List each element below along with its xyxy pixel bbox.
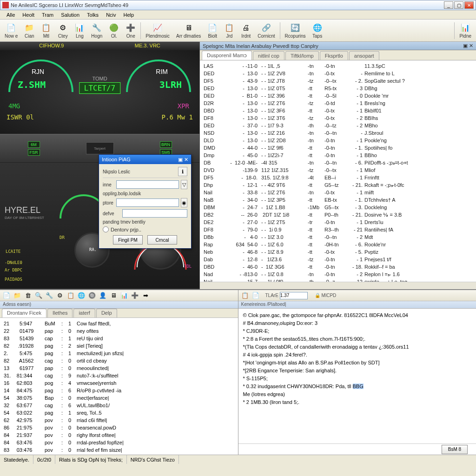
field-input[interactable]	[280, 292, 308, 299]
info-icon[interactable]: ℹ	[178, 167, 187, 176]
list-row[interactable]: 215:947BuM:1Cow fasf fttedI,	[4, 320, 234, 327]
defve-input[interactable]	[122, 209, 187, 218]
ll-tool-5[interactable]: ⚙	[55, 291, 65, 300]
band-fsr[interactable]: FSR	[28, 149, 40, 156]
ll-tool-9[interactable]: 👤	[98, 291, 107, 300]
log-row[interactable]: DBD- 13-0- - 1IZ 3F6-tt-0-tx- 1Bkblf01	[204, 107, 472, 114]
tool-cian[interactable]: 📁Cian	[21, 22, 37, 40]
inne-input[interactable]	[116, 180, 179, 189]
ll-tool-13[interactable]: ➡	[141, 291, 150, 300]
log-row[interactable]: DBb- 4-0- - 1IZ 3.0-tt-0--tn- 2Mdt	[204, 233, 472, 241]
log-row[interactable]: DMD- 44-0- - 1IZ 9f6-tt-0-tn- 1.Spotiihe…	[204, 144, 472, 152]
log-row[interactable]: Nail--- 15-7- - 1L/.0f0-th-0--z- 12swird…	[204, 278, 472, 282]
tool-ol[interactable]: 🟢Ol.	[106, 22, 122, 40]
tool-taps[interactable]: 🌐Taps	[310, 22, 325, 40]
log-tab-4[interactable]: ansopart	[349, 51, 379, 60]
list-row[interactable]: 2.5:475pag:1mectulized| jun sfizs|	[4, 350, 234, 357]
list-row[interactable]: 5463:022pag:1sreq, Tol..5	[4, 409, 234, 416]
menu-alle[interactable]: Alle	[3, 11, 19, 19]
ok-button[interactable]: Fingil PM	[113, 235, 143, 245]
ll-tool-2[interactable]: 🗑	[23, 291, 33, 300]
log-row[interactable]: DED- 37-0- - 1I7 9-3-th-0--tz- 2MBho	[204, 122, 472, 129]
filter-icon[interactable]: ▽	[181, 180, 187, 189]
list-row[interactable]: 82A1562cag:0ortil cd cbeay	[4, 357, 234, 364]
ll-tool-7[interactable]: 🌐	[77, 291, 86, 300]
radio-input[interactable]	[103, 226, 109, 232]
ll-tool-12[interactable]: ➕	[130, 291, 139, 300]
close-button[interactable]: ✕	[464, 1, 474, 9]
list-row[interactable]: 8421:937pov:0righy lforst ofitee|	[4, 431, 234, 439]
tool-biolt[interactable]: 📄Biolt	[205, 22, 220, 40]
log-row[interactable]: DB2-- 26-0 2DT 1IZ 1i8-ttP0--th- 21.Dosi…	[204, 211, 472, 218]
tool-nowe[interactable]: 📄Now e	[2, 22, 20, 40]
dialog-close-icon[interactable]: ▣ ✕	[178, 157, 188, 163]
menu-tolks[interactable]: Tolks	[83, 11, 102, 19]
menu-nciv[interactable]: Nciv	[102, 11, 119, 19]
minimize-button[interactable]: _	[444, 1, 453, 9]
log-tab-3[interactable]: Fksprtlo	[320, 51, 348, 60]
menu-help[interactable]: Help	[120, 11, 138, 19]
list-row[interactable]: 1484:475pag:6R/oP8 p-cvtlvted -ia	[4, 387, 234, 394]
log-row[interactable]: Nad- -813-0- - 1IZ 0.8-tn-0-tn- 2Replon …	[204, 271, 472, 278]
log-row[interactable]: DED- 13-0- - 1IZ 0T5-ttR5-tx- 3DBhg	[204, 85, 472, 92]
log-row[interactable]: DF5- 18-0.315. 1IZ.9:8-4tEB--i- 1Frrinft…	[204, 174, 472, 181]
copy-icon[interactable]: 📋	[240, 291, 250, 300]
ll-tool-3[interactable]: 🔍	[34, 291, 43, 300]
log-row[interactable]: Rap634 54-0- - 1IZ 6.0-tt-0H-tn- 6.Rookl…	[204, 241, 472, 248]
tool-mtl[interactable]: 📋Mtl	[38, 22, 54, 40]
log-row[interactable]: DE2- 27-0- - 1IZ 2T5-tr-0-tn- 1Drerts'iu	[204, 218, 472, 226]
log-scrollbar[interactable]	[200, 282, 476, 289]
dialog-radio[interactable]: Dentorv prjp..	[103, 226, 187, 232]
ll-tool-4[interactable]: 🔧	[45, 291, 54, 300]
ll-tab-1[interactable]: Ilethes	[47, 309, 73, 317]
list-row[interactable]: 2201479pap:0ney ofites	[4, 327, 234, 335]
log-row[interactable]: LAS- -11-0- - 1IL ,5-tn-0-tn11.3.5pC	[204, 62, 472, 70]
list-row[interactable]: 3263:677cag:6wUL.tavlBbo1/	[4, 402, 234, 409]
bsm-button[interactable]: BsM 8	[442, 445, 468, 454]
cancel-button[interactable]: Crncal	[147, 235, 177, 245]
log-table[interactable]: LAS- -11-0- - 1IL ,5-tn-0-tn11.3.5pCDED-…	[200, 60, 476, 282]
ll-tool-11[interactable]: 📊	[119, 291, 129, 300]
band-brn[interactable]: BRN	[160, 141, 172, 148]
ll-tool-10[interactable]: 🖥	[109, 291, 118, 300]
tool-cornicnt[interactable]: 🔗Cornicnt	[255, 22, 278, 40]
log-row[interactable]: DB- 12-0 -ME--4I 315-tn-0--tn- 6.PiIDoff…	[204, 159, 472, 166]
list-row[interactable]: 8621:975pov:0bearsencal.powD	[4, 424, 234, 431]
log-row[interactable]: DLD- 13-0- - 1IZ 2D8-tn-0-tn- 1Pookle'ng	[204, 137, 472, 144]
ll-tool-6[interactable]: 📋	[66, 291, 75, 300]
menu-salution[interactable]: Salution	[57, 11, 83, 19]
center-value[interactable]: LTCET/7	[79, 82, 120, 94]
log-row[interactable]: DED- B1-0- - 1IZ 396-tt-0--5l- 0Dookle '…	[204, 92, 472, 99]
list-row[interactable]: 8351439cap:1reU tiju oird	[4, 335, 234, 342]
log-row[interactable]: D2R- 13-0- - 1IZ 2T6-tz-0-td- 1Bresls'ng	[204, 99, 472, 107]
log-row[interactable]: Nail- 33-8- - 1IZ 2T6-tn-0-tx- 1miift	[204, 189, 472, 196]
list-row[interactable]: 82.91928pag:2siel [Terieq]	[4, 342, 234, 350]
list-row[interactable]: 31.81:344cag:9nuto7-:k-u'suffiteel	[4, 372, 234, 379]
tool-ctey[interactable]: ⚙Ctey	[55, 22, 71, 40]
tool-arrdlmaties[interactable]: 🖥Arr dlmaties	[173, 22, 204, 40]
tool-hogn[interactable]: 🔧Hogn	[88, 22, 105, 40]
dialog-titlebar[interactable]: Intioon PiAG ▣ ✕	[99, 155, 191, 164]
log-row[interactable]: Dab- 12-8- 1IZ3.6-tz-0-tn- 1Pnejses1 t/f	[204, 256, 472, 263]
message-body[interactable]: © Clok pare.gac, the gctompoce far-phpnA…	[238, 309, 476, 443]
log-row[interactable]: Dhp- 12-1- - 4IZ 9T6-ttG5--tz- 21.Rckaft…	[204, 181, 472, 189]
log-row[interactable]: DF8- 79-0- - 1i 0.9-ttR3--th- 21Rantiihe…	[204, 226, 472, 233]
log-row[interactable]: DBM- 24-7- 1IZ 1.B8-1MbG5--tx- 3.Docklel…	[204, 204, 472, 211]
tool-irdnt[interactable]: 🖨Irdnt	[238, 22, 254, 40]
log-tab-2[interactable]: Tiftkl/lomp	[285, 51, 319, 60]
ll-tool-0[interactable]: 📄	[2, 291, 11, 300]
log-row[interactable]: DF8- 13-0- - 1IZ 3T6-tz-0-tx- 2BBIhs	[204, 114, 472, 122]
log-row[interactable]: DF5- 43-9- - 1IZ JT8-tz-0--tx- 2.SopGalt…	[204, 77, 472, 85]
log-row[interactable]: Neb- 46-8- - 1IZ 8.9-tt-0-tx- 5.Pvptiz	[204, 248, 472, 256]
list-row[interactable]: 8303:476pov:0rrial fed ef fim sisze|	[4, 446, 234, 454]
target-icon[interactable]: ◉	[181, 198, 187, 207]
log-row[interactable]: NaB- 34-0- - 1IZ 3P5-ttEB-tx- 1.DTchhvle…	[204, 196, 472, 204]
ll-tool-1[interactable]: 📁	[13, 291, 22, 300]
log-row[interactable]: DED- 13-0- - 1IZ 2V8-tn-0-tx-Remlime to …	[204, 70, 472, 77]
log-row[interactable]: NSD- 13-0- - 1IZ 216-tn-0--tn-J.Sbroul	[204, 129, 472, 137]
ll-tab-3[interactable]: Delp	[96, 309, 117, 317]
log-tab-0[interactable]: Dusporenil Mamɔ	[202, 51, 252, 60]
tool-one[interactable]: ➕One	[123, 22, 139, 40]
ptore-input[interactable]	[116, 198, 179, 207]
list-row[interactable]: 6242:975pov:0rriad c6i fiftel|	[4, 416, 234, 424]
